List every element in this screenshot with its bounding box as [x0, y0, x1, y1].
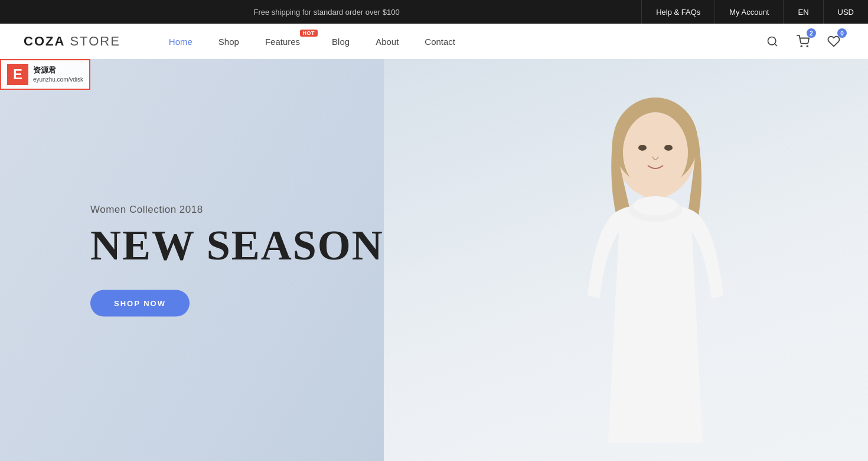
nav-blog[interactable]: Blog	[319, 24, 363, 59]
logo-text: COZA STORE	[24, 34, 120, 49]
watermark-url: eyunzhu.com/vdisk	[33, 76, 83, 84]
wishlist-badge: 0	[837, 28, 847, 38]
svg-point-3	[807, 46, 808, 47]
top-bar-links: Help & FAQs My Account EN USD	[641, 0, 868, 24]
hero-subtitle: Women Collection 2018	[90, 204, 384, 216]
my-account-link[interactable]: My Account	[714, 0, 783, 24]
announcement-message: Free shipping for standard order over $1…	[12, 8, 641, 17]
hero-model-image	[531, 89, 779, 455]
svg-point-11	[633, 196, 678, 215]
hero-section: Women Collection 2018 NEW SEASON SHOP NO…	[0, 59, 868, 461]
watermark-letter: E	[7, 64, 28, 85]
hero-content: Women Collection 2018 NEW SEASON SHOP NO…	[90, 204, 384, 317]
search-icon	[766, 35, 778, 47]
svg-point-7	[638, 145, 647, 151]
shop-now-button[interactable]: SHOP NOW	[90, 290, 190, 317]
cart-button[interactable]: 2	[792, 31, 814, 52]
header: COZA STORE Home Shop Features HOT Blog A…	[0, 24, 868, 59]
hero-title: NEW SEASON	[90, 224, 384, 267]
heart-icon	[827, 35, 840, 48]
help-faq-link[interactable]: Help & FAQs	[641, 0, 714, 24]
watermark-name: 资源君	[33, 65, 83, 76]
nav-about[interactable]: About	[363, 24, 412, 59]
cart-badge: 2	[807, 28, 816, 38]
watermark: E 资源君 eyunzhu.com/vdisk	[0, 59, 90, 90]
hot-badge: HOT	[300, 30, 318, 37]
cart-icon	[797, 35, 810, 48]
nav-shop[interactable]: Shop	[205, 24, 252, 59]
nav-features[interactable]: Features HOT	[252, 24, 319, 59]
top-bar: Free shipping for standard order over $1…	[0, 0, 868, 24]
svg-point-6	[623, 112, 688, 193]
main-nav: Home Shop Features HOT Blog About Contac…	[156, 24, 762, 59]
watermark-info: 资源君 eyunzhu.com/vdisk	[33, 65, 83, 84]
currency-selector[interactable]: USD	[823, 0, 868, 24]
header-icons: 2 0	[762, 31, 844, 52]
svg-point-8	[664, 145, 673, 151]
logo[interactable]: COZA STORE	[24, 34, 120, 49]
nav-contact[interactable]: Contact	[412, 24, 468, 59]
svg-point-2	[801, 46, 802, 47]
nav-home[interactable]: Home	[156, 24, 205, 59]
search-button[interactable]	[762, 31, 783, 52]
wishlist-button[interactable]: 0	[823, 31, 844, 52]
svg-line-1	[775, 44, 777, 46]
language-selector[interactable]: EN	[783, 0, 823, 24]
